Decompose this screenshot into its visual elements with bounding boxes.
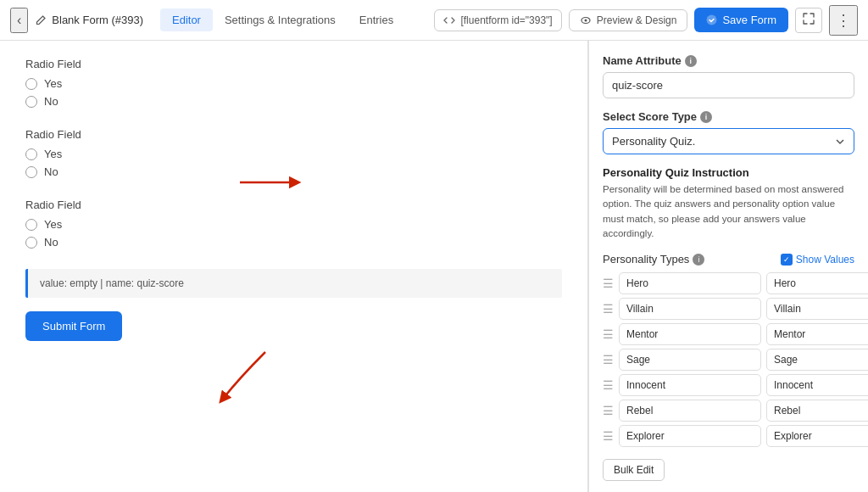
personality-row: ☰ + −	[603, 374, 854, 396]
instruction-text: Personality will be determined based on …	[603, 182, 854, 241]
fullscreen-icon	[803, 13, 815, 25]
show-values-checkbox	[781, 254, 793, 266]
top-navigation: ‹ Blank Form (#393) Editor Settings & In…	[0, 0, 868, 41]
save-label: Save Form	[722, 14, 776, 26]
code-icon	[443, 14, 455, 26]
radio-field-2: Radio Field Yes No	[25, 128, 562, 178]
name-attribute-label: Name Attribute	[603, 54, 682, 67]
radio-field-label-3: Radio Field	[25, 198, 562, 211]
preview-label: Preview & Design	[597, 14, 677, 26]
personality-row: ☰ + −	[603, 349, 854, 371]
radio-option-no-1[interactable]: No	[25, 95, 562, 108]
right-settings-panel: Name Attribute i Select Score Type i Per…	[588, 41, 868, 492]
radio-option-yes-3[interactable]: Yes	[25, 218, 562, 231]
form-editor-panel: Radio Field Yes No Radio Field Yes No	[0, 41, 588, 492]
radio-field-3: Radio Field Yes No	[25, 198, 562, 249]
drag-handle-icon[interactable]: ☰	[603, 429, 614, 443]
form-name: Blank Form (#393)	[52, 14, 143, 26]
personality-value-input[interactable]	[766, 374, 868, 396]
radio-option-no-3[interactable]: No	[25, 236, 562, 249]
personality-name-input[interactable]	[619, 298, 761, 320]
radio-circle	[25, 148, 37, 160]
tab-settings[interactable]: Settings & Integrations	[213, 8, 348, 31]
drag-handle-icon[interactable]: ☰	[603, 277, 614, 290]
personality-value-input[interactable]	[766, 323, 868, 345]
personality-types-label: Personality Types i	[603, 253, 704, 266]
radio-circle	[25, 96, 37, 108]
bulk-edit-button[interactable]: Bulk Edit	[603, 459, 665, 481]
radio-no-label-2: No	[44, 165, 58, 178]
radio-no-label: No	[44, 95, 58, 108]
radio-circle	[25, 166, 37, 178]
instruction-title: Personality Quiz Instruction	[603, 166, 854, 179]
personality-value-input[interactable]	[766, 425, 868, 447]
personality-name-input[interactable]	[619, 323, 761, 345]
drag-handle-icon[interactable]: ☰	[603, 404, 614, 417]
personality-value-input[interactable]	[766, 400, 868, 422]
main-layout: Radio Field Yes No Radio Field Yes No	[0, 41, 868, 492]
form-title-area: Blank Form (#393)	[35, 14, 143, 26]
save-form-button[interactable]: Save Form	[694, 8, 788, 32]
back-button[interactable]: ‹	[10, 8, 28, 33]
score-display-field: value: empty | name: quiz-score	[25, 269, 562, 298]
radio-yes-label: Yes	[44, 77, 62, 90]
personality-row: ☰ + −	[603, 323, 854, 345]
personality-types-header: Personality Types i Show Values	[603, 253, 854, 266]
personality-value-input[interactable]	[766, 272, 868, 294]
radio-option-yes-2[interactable]: Yes	[25, 148, 562, 160]
radio-circle	[25, 237, 37, 249]
personality-name-input[interactable]	[619, 349, 761, 371]
personality-name-input[interactable]	[619, 272, 761, 294]
drag-handle-icon[interactable]: ☰	[603, 378, 614, 392]
personality-row: ☰ + −	[603, 298, 854, 320]
more-options-button[interactable]: ⋮	[829, 5, 858, 36]
personality-row: ☰ + −	[603, 272, 854, 294]
eye-icon	[580, 14, 592, 26]
personality-name-input[interactable]	[619, 425, 761, 447]
score-type-section: Select Score Type i	[603, 110, 854, 123]
svg-point-2	[707, 15, 717, 25]
preview-design-button[interactable]: Preview & Design	[569, 9, 688, 31]
radio-field-1: Radio Field Yes No	[25, 58, 562, 108]
radio-circle	[25, 219, 37, 231]
radio-yes-label-2: Yes	[44, 148, 62, 160]
show-values-label: Show Values	[796, 254, 854, 266]
instruction-box: Personality Quiz Instruction Personality…	[603, 166, 854, 241]
personality-info-icon[interactable]: i	[693, 254, 704, 266]
drag-handle-icon[interactable]: ☰	[603, 353, 614, 366]
personality-value-input[interactable]	[766, 349, 868, 371]
personality-row: ☰ + −	[603, 400, 854, 422]
name-attribute-input[interactable]	[603, 72, 854, 98]
score-type-info-icon[interactable]: i	[700, 111, 712, 123]
name-attribute-section: Name Attribute i	[603, 54, 854, 67]
score-type-select[interactable]: Personality Quiz.	[603, 128, 854, 154]
personality-name-input[interactable]	[619, 374, 761, 396]
radio-field-label-2: Radio Field	[25, 128, 562, 141]
shortcode-text: [fluentform id="393"]	[460, 14, 552, 26]
arrow-down	[206, 348, 274, 407]
drag-handle-icon[interactable]: ☰	[603, 327, 614, 341]
score-type-label: Select Score Type	[603, 110, 697, 123]
save-icon	[706, 14, 717, 25]
personality-value-input[interactable]	[766, 298, 868, 320]
tab-entries[interactable]: Entries	[348, 8, 405, 31]
personality-name-input[interactable]	[619, 400, 761, 422]
drag-handle-icon[interactable]: ☰	[603, 302, 614, 316]
svg-point-1	[584, 19, 587, 21]
radio-option-no-2[interactable]: No	[25, 165, 562, 178]
submit-form-button[interactable]: Submit Form	[25, 311, 122, 341]
radio-field-label-1: Radio Field	[25, 58, 562, 70]
tab-editor[interactable]: Editor	[160, 8, 213, 31]
score-display-text: value: empty | name: quiz-score	[40, 277, 184, 289]
personality-row: ☰ + −	[603, 425, 854, 447]
radio-no-label-3: No	[44, 236, 58, 249]
radio-yes-label-3: Yes	[44, 218, 62, 231]
fullscreen-button[interactable]	[795, 8, 822, 33]
nav-tabs: Editor Settings & Integrations Entries	[160, 8, 405, 31]
personality-rows: ☰ + − ☰ + − ☰ + − ☰	[603, 272, 854, 447]
radio-circle	[25, 78, 37, 90]
show-values-button[interactable]: Show Values	[781, 254, 854, 266]
shortcode-button[interactable]: [fluentform id="393"]	[434, 9, 561, 31]
name-attribute-info-icon[interactable]: i	[685, 55, 697, 67]
radio-option-yes-1[interactable]: Yes	[25, 77, 562, 90]
